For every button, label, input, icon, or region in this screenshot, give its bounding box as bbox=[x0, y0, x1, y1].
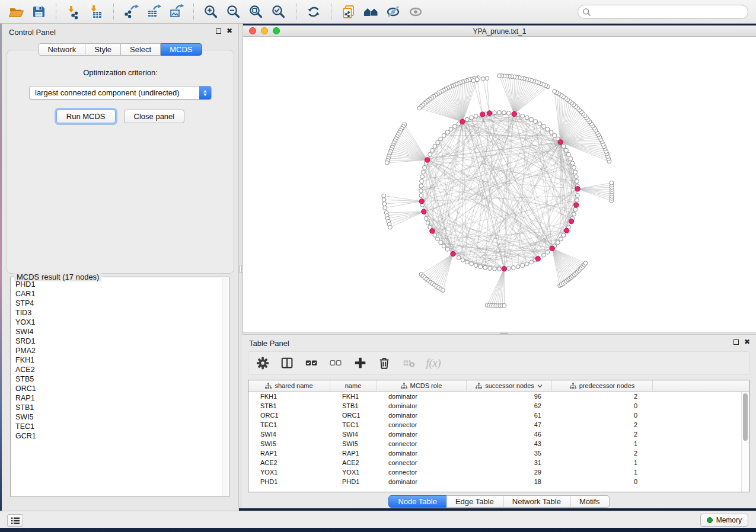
mcds-node[interactable] bbox=[419, 199, 424, 204]
mcds-node[interactable] bbox=[569, 219, 573, 223]
open-file-button[interactable] bbox=[6, 2, 26, 21]
mcds-result-item[interactable]: STP4 bbox=[11, 299, 221, 308]
graph-node[interactable] bbox=[388, 225, 393, 229]
graph-node[interactable] bbox=[479, 265, 483, 269]
graph-node[interactable] bbox=[457, 256, 461, 260]
zoom-out-button[interactable] bbox=[224, 2, 244, 21]
mcds-node[interactable] bbox=[564, 228, 569, 233]
graph-node[interactable] bbox=[549, 130, 553, 134]
network-canvas[interactable] bbox=[243, 37, 756, 332]
mcds-result-item[interactable]: RAP1 bbox=[11, 393, 221, 403]
export-table-button[interactable] bbox=[143, 2, 164, 21]
graph-node[interactable] bbox=[507, 267, 511, 271]
graph-node[interactable] bbox=[424, 216, 428, 220]
graph-node[interactable] bbox=[439, 137, 443, 141]
table-row[interactable]: PHD1PHD1dominator180 bbox=[248, 477, 749, 486]
zoom-selected-button[interactable] bbox=[269, 2, 289, 21]
graph-node[interactable] bbox=[567, 152, 571, 156]
mcds-node[interactable] bbox=[512, 111, 516, 116]
mcds-result-item[interactable]: YOX1 bbox=[11, 318, 221, 327]
mcds-node[interactable] bbox=[480, 112, 485, 117]
table-row[interactable]: STB1STB1dominator620 bbox=[248, 401, 749, 411]
graph-node[interactable] bbox=[521, 264, 525, 268]
tab-style[interactable]: Style bbox=[85, 43, 121, 56]
graph-node[interactable] bbox=[529, 117, 534, 121]
graph-node[interactable] bbox=[511, 265, 515, 270]
graph-node[interactable] bbox=[385, 161, 389, 165]
graph-node[interactable] bbox=[493, 267, 497, 271]
graph-node[interactable] bbox=[442, 133, 446, 137]
delete-column-button[interactable] bbox=[377, 355, 393, 371]
graph-node[interactable] bbox=[430, 148, 435, 152]
graph-node[interactable] bbox=[546, 127, 550, 132]
graph-node[interactable] bbox=[542, 124, 546, 129]
mcds-result-item[interactable]: TEC1 bbox=[11, 422, 221, 431]
optimization-criterion-select[interactable]: largest connected component (undirected) bbox=[29, 86, 212, 100]
column-header-successor-nodes[interactable]: successor nodes bbox=[467, 380, 552, 391]
table-row[interactable]: FKH1FKH1dominator962 bbox=[248, 392, 749, 401]
graph-node[interactable] bbox=[553, 89, 557, 94]
graph-node[interactable] bbox=[525, 262, 529, 266]
mcds-node[interactable] bbox=[487, 111, 492, 116]
table-row[interactable]: ORC1ORC1dominator610 bbox=[248, 411, 749, 420]
close-panel-button[interactable]: Close panel bbox=[124, 110, 185, 123]
close-panel-icon[interactable]: ✖ bbox=[744, 339, 750, 345]
mcds-result-item[interactable]: PMA2 bbox=[11, 346, 221, 355]
refresh-button[interactable] bbox=[304, 2, 324, 21]
graph-node[interactable] bbox=[559, 237, 563, 241]
graph-node[interactable] bbox=[436, 140, 440, 145]
zoom-fit-button[interactable] bbox=[246, 2, 266, 21]
graph-node[interactable] bbox=[426, 221, 430, 225]
table-row[interactable]: ACE2ACE2connector311 bbox=[248, 458, 749, 467]
graph-node[interactable] bbox=[573, 170, 578, 174]
mcds-result-item[interactable]: SWI4 bbox=[11, 327, 221, 336]
mcds-result-item[interactable]: STB5 bbox=[11, 374, 221, 384]
graph-node[interactable] bbox=[525, 116, 529, 120]
mcds-node[interactable] bbox=[425, 158, 430, 162]
graph-node[interactable] bbox=[553, 133, 557, 137]
table-row[interactable]: TEC1TEC1connector472 bbox=[248, 420, 749, 430]
graph-node[interactable] bbox=[483, 265, 487, 270]
table-row[interactable]: SWI5SWI5connector431 bbox=[248, 439, 749, 448]
close-panel-icon[interactable]: ✖ bbox=[227, 28, 232, 34]
graph-node[interactable] bbox=[465, 260, 469, 264]
splitter-grip[interactable] bbox=[500, 333, 508, 334]
graph-node[interactable] bbox=[502, 303, 506, 307]
graph-node[interactable] bbox=[470, 116, 474, 120]
status-menu-button[interactable] bbox=[7, 514, 23, 527]
graph-node[interactable] bbox=[383, 206, 387, 210]
graph-node[interactable] bbox=[502, 111, 506, 115]
graph-node[interactable] bbox=[476, 78, 480, 82]
graph-node[interactable] bbox=[534, 120, 538, 124]
search-input[interactable] bbox=[591, 6, 748, 18]
hide-panels-button[interactable] bbox=[384, 2, 404, 21]
graph-node[interactable] bbox=[564, 148, 569, 152]
clone-network-button[interactable] bbox=[339, 2, 359, 21]
table-row[interactable]: SWI4SWI4dominator462 bbox=[248, 430, 749, 439]
graph-node[interactable] bbox=[420, 180, 424, 184]
graph-node[interactable] bbox=[574, 175, 578, 179]
mcds-result-item[interactable]: CAR1 bbox=[11, 289, 221, 299]
graph-node[interactable] bbox=[445, 130, 449, 134]
mcds-node[interactable] bbox=[574, 203, 579, 207]
graph-node[interactable] bbox=[433, 233, 437, 238]
select-all-columns-button[interactable] bbox=[304, 355, 320, 371]
import-network-button[interactable] bbox=[63, 2, 84, 21]
graph-node[interactable] bbox=[575, 198, 579, 203]
graph-node[interactable] bbox=[538, 122, 542, 126]
graph-node[interactable] bbox=[572, 165, 576, 169]
mcds-result-item[interactable]: PHD1 bbox=[11, 280, 221, 289]
mcds-node[interactable] bbox=[451, 251, 455, 256]
graph-node[interactable] bbox=[575, 194, 579, 198]
graph-node[interactable] bbox=[445, 247, 449, 251]
graph-node[interactable] bbox=[382, 198, 386, 202]
graph-node[interactable] bbox=[521, 114, 525, 118]
graph-node[interactable] bbox=[573, 207, 578, 211]
splitter-grip[interactable] bbox=[240, 265, 242, 273]
search-box[interactable] bbox=[578, 5, 748, 19]
graph-node[interactable] bbox=[421, 170, 425, 174]
tab-motifs[interactable]: Motifs bbox=[570, 495, 610, 508]
network-overview-button[interactable] bbox=[361, 2, 381, 21]
mcds-node[interactable] bbox=[430, 229, 435, 233]
mcds-node[interactable] bbox=[460, 119, 465, 124]
